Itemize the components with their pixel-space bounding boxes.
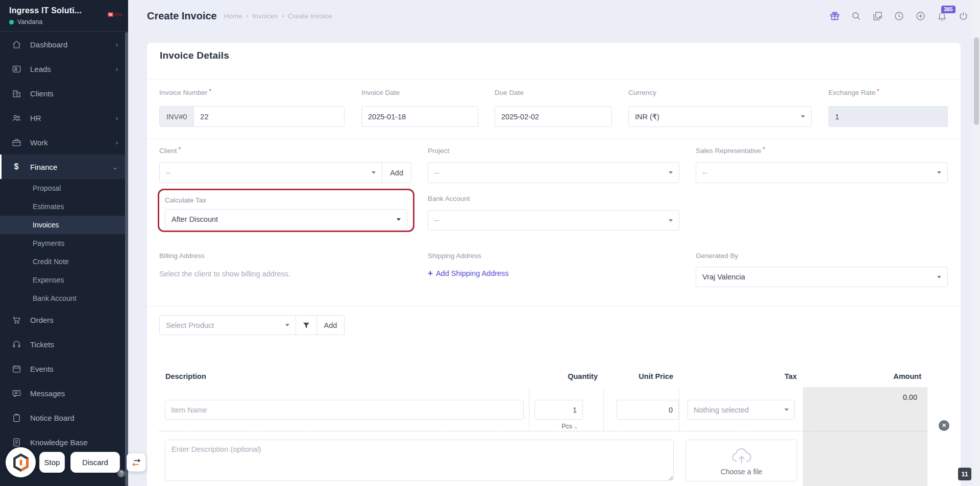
product-table-row: Pcs ⌄ Nothing selected xyxy=(159,387,927,431)
leads-icon xyxy=(11,64,21,74)
funnel-icon xyxy=(302,321,310,329)
item-description-textarea[interactable] xyxy=(165,440,674,481)
invoice-details-card: Invoice Details Invoice Number* INV#0 In… xyxy=(147,43,961,486)
add-shipping-address-link[interactable]: + Add Shipping Address xyxy=(428,269,679,277)
sidebar-item-notice-board[interactable]: Notice Board xyxy=(0,405,128,430)
select-product-dropdown[interactable]: Select Product xyxy=(159,315,296,335)
shipping-address-field: Shipping Address + Add Shipping Address xyxy=(428,251,679,277)
currency-field: Currency INR (₹) xyxy=(628,88,812,127)
calculate-tax-highlight-box: Calculate Tax After Discount xyxy=(158,189,414,232)
required-asterisk: * xyxy=(877,88,879,95)
choose-file-upload[interactable]: Choose a file xyxy=(685,440,797,481)
sidebar-scrollbar-thumb[interactable] xyxy=(125,32,128,486)
search-icon[interactable] xyxy=(850,10,862,21)
product-table: Description Quantity Unit Price Tax Amou… xyxy=(159,366,927,482)
column-header-tax: Tax xyxy=(679,372,803,380)
sidebar-item-work[interactable]: Work › xyxy=(0,130,128,155)
required-asterisk: * xyxy=(763,146,765,153)
chevron-right-icon: › xyxy=(116,114,118,122)
tax-cell: Nothing selected xyxy=(679,387,803,431)
gift-icon[interactable] xyxy=(829,10,840,21)
unit-price-input[interactable] xyxy=(617,400,679,420)
help-button[interactable]: ? xyxy=(117,470,125,477)
swap-button[interactable] xyxy=(127,453,146,472)
page-scrollbar[interactable] xyxy=(973,0,980,486)
sidebar-subitem-expenses[interactable]: Expenses xyxy=(0,271,128,289)
section-title: Invoice Details xyxy=(160,50,229,61)
generated-by-select[interactable]: Vraj Valencia xyxy=(696,267,948,287)
tax-select[interactable]: Nothing selected xyxy=(688,400,795,420)
clock-icon[interactable] xyxy=(893,10,904,21)
sidebar-subitem-bank-account[interactable]: Bank Account xyxy=(0,289,128,308)
breadcrumb-separator: • xyxy=(247,13,249,19)
page-title: Create Invoice xyxy=(147,10,217,22)
sidebar-item-orders[interactable]: Orders xyxy=(0,308,128,332)
unit-select[interactable]: Pcs ⌄ xyxy=(534,423,598,430)
chevron-down-icon: ⌄ xyxy=(112,163,118,171)
chat-icon xyxy=(11,388,21,398)
home-icon xyxy=(11,39,21,49)
product-filter-button[interactable] xyxy=(296,315,317,335)
breadcrumb-invoices[interactable]: Invoices xyxy=(253,12,278,20)
product-table-header: Description Quantity Unit Price Tax Amou… xyxy=(159,366,927,387)
invoice-number-input-group: INV#0 xyxy=(159,106,345,127)
sidebar-item-dashboard[interactable]: Dashboard › xyxy=(0,32,128,57)
project-field: Project -- xyxy=(428,146,679,183)
remove-row-button[interactable]: ✕ xyxy=(939,420,949,431)
notes-icon[interactable] xyxy=(872,10,883,21)
assistant-logo[interactable] xyxy=(6,447,36,477)
caret-down-icon xyxy=(397,218,401,221)
due-date-input[interactable] xyxy=(495,107,611,126)
sidebar-item-events[interactable]: Events xyxy=(0,356,128,381)
quantity-cell: Pcs ⌄ xyxy=(529,387,604,431)
discard-button[interactable]: Discard xyxy=(70,452,120,473)
sidebar-subitem-proposal[interactable]: Proposal xyxy=(0,179,128,197)
page-number-badge: 11 xyxy=(958,468,971,480)
people-icon xyxy=(11,113,21,123)
page-scrollbar-thumb[interactable] xyxy=(974,37,979,125)
notifications-bell-icon[interactable]: 385 xyxy=(936,10,947,21)
item-name-input[interactable] xyxy=(165,400,524,420)
add-client-button[interactable]: Add xyxy=(382,162,411,183)
divider xyxy=(147,139,961,139)
sidebar: Ingress IT Soluti... Vandana IN CRM Dash… xyxy=(0,0,128,486)
sidebar-item-finance[interactable]: $ Finance ⌄ xyxy=(0,155,128,179)
client-select[interactable]: -- xyxy=(159,162,382,183)
description-cell xyxy=(159,387,529,431)
exchange-rate-input xyxy=(829,107,947,126)
breadcrumb-home[interactable]: Home xyxy=(224,12,242,20)
bank-account-select[interactable]: -- xyxy=(428,210,679,231)
sidebar-subitem-credit-note[interactable]: Credit Note xyxy=(0,252,128,271)
sidebar-item-leads[interactable]: Leads › xyxy=(0,57,128,81)
bank-account-field: Bank Account -- xyxy=(428,194,679,231)
stop-button[interactable]: Stop xyxy=(39,452,65,473)
sidebar-item-clients[interactable]: Clients xyxy=(0,81,128,106)
sidebar-item-tickets[interactable]: Tickets xyxy=(0,332,128,356)
sidebar-item-hr[interactable]: HR › xyxy=(0,106,128,130)
plus-circle-icon[interactable] xyxy=(915,10,926,21)
quantity-input[interactable] xyxy=(534,400,583,420)
headset-icon xyxy=(11,339,21,349)
breadcrumb-separator: • xyxy=(282,13,284,19)
crm-logo-badge: IN xyxy=(108,12,113,17)
caret-down-icon xyxy=(372,171,376,174)
sidebar-subitem-invoices[interactable]: Invoices xyxy=(0,216,128,234)
calculate-tax-select[interactable]: After Discount xyxy=(165,209,407,229)
invoice-number-prefix: INV#0 xyxy=(160,107,194,126)
sidebar-subitem-payments[interactable]: Payments xyxy=(0,234,128,252)
sidebar-subitem-estimates[interactable]: Estimates xyxy=(0,197,128,216)
sidebar-item-messages[interactable]: Messages xyxy=(0,381,128,405)
crm-logo: IN CRM xyxy=(108,12,122,17)
sidebar-nav: Dashboard › Leads › Clients HR › Work › … xyxy=(0,32,128,454)
sales-representative-select[interactable]: -- xyxy=(696,162,948,183)
project-select[interactable]: -- xyxy=(428,162,679,183)
invoice-number-input[interactable] xyxy=(194,107,344,126)
currency-select[interactable]: INR (₹) xyxy=(628,106,812,127)
document-icon xyxy=(11,437,21,447)
column-header-quantity: Quantity xyxy=(529,372,604,380)
power-icon[interactable] xyxy=(958,10,969,21)
sidebar-scrollbar[interactable] xyxy=(125,32,128,486)
invoice-date-input[interactable] xyxy=(362,107,478,126)
column-header-description: Description xyxy=(159,372,529,380)
add-product-button[interactable]: Add xyxy=(317,315,345,335)
